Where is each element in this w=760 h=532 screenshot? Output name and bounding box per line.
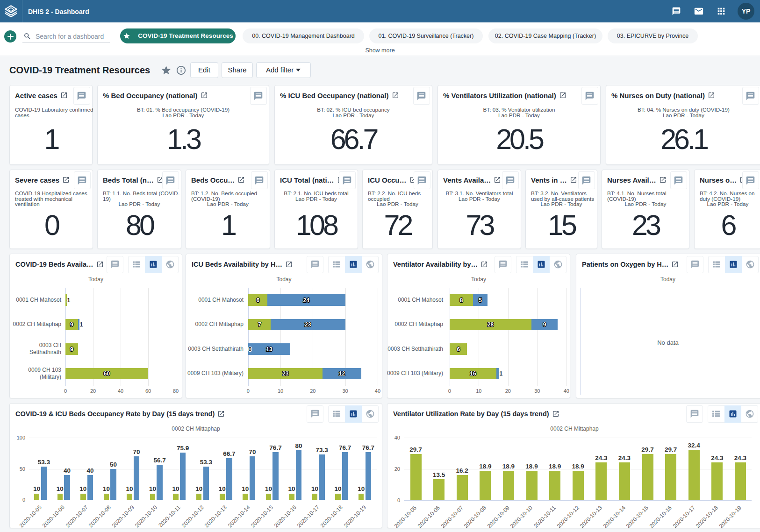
svg-text:7: 7	[258, 321, 261, 328]
svg-text:12: 12	[339, 370, 345, 377]
svg-text:1: 1	[500, 370, 503, 377]
svg-text:28: 28	[488, 321, 494, 328]
svg-text:1: 1	[79, 321, 83, 328]
svg-text:16: 16	[470, 370, 476, 377]
svg-text:24: 24	[303, 297, 310, 304]
svg-text:6: 6	[457, 346, 460, 353]
svg-text:23: 23	[305, 321, 311, 328]
svg-text:9: 9	[70, 346, 73, 353]
svg-text:8: 8	[459, 297, 463, 304]
svg-text:9: 9	[543, 321, 546, 328]
svg-text:9: 9	[70, 321, 73, 328]
svg-text:60: 60	[104, 370, 110, 377]
svg-text:23: 23	[282, 370, 289, 377]
svg-text:5: 5	[479, 297, 482, 304]
svg-text:13: 13	[266, 346, 272, 353]
svg-text:6: 6	[256, 297, 259, 304]
svg-text:1: 1	[67, 297, 70, 304]
